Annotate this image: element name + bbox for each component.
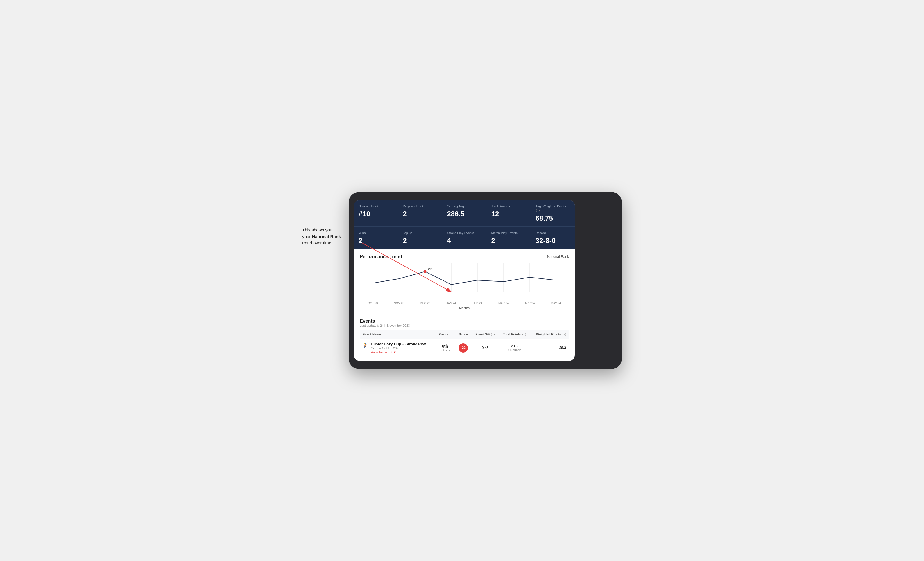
event-name-cell: 🏌 Buster Cozy Cup – Stroke Play Oct 9 – … [360,338,435,357]
performance-type-label: National Rank [547,255,569,259]
event-score-cell: -22 [455,338,472,357]
stat-match-play-events: Match Play Events 2 [487,227,531,249]
annotation-text: This shows you your National Rank trend … [302,227,341,247]
rank-impact: Rank Impact: 3 ▼ [371,350,396,354]
events-table: Event Name Position Score Event SG i [360,330,569,358]
stat-record: Record 32-8-0 [531,227,575,249]
outer-wrapper: This shows you your National Rank trend … [302,192,622,369]
table-header-row: Event Name Position Score Event SG i [360,330,569,339]
events-last-updated: Last updated: 24th November 2023 [360,324,569,327]
stat-national-rank: National Rank #10 [354,200,398,226]
weighted-points-info-icon[interactable]: i [562,333,566,336]
stat-total-rounds: Total Rounds 12 [487,200,531,226]
chart-svg: #10 [360,263,569,301]
events-section: Events Last updated: 24th November 2023 … [354,315,575,361]
event-icon: 🏌 [363,343,369,348]
chart-x-labels: OCT 23 NOV 23 DEC 23 JAN 24 FEB 24 MAR 2… [360,301,569,305]
x-label-may24: MAY 24 [543,302,569,305]
x-label-nov23: NOV 23 [386,302,412,305]
svg-point-10 [424,270,426,273]
score-badge: -22 [459,343,468,353]
performance-header: Performance Trend National Rank [360,254,569,259]
performance-title: Performance Trend [360,254,402,259]
x-label-feb24: FEB 24 [464,302,490,305]
events-title: Events [360,319,569,324]
total-points-info-icon[interactable]: i [522,333,526,336]
x-label-oct23: OCT 23 [360,302,386,305]
stat-scoring-avg: Scoring Avg. 286.5 [442,200,486,226]
stats-row1: National Rank #10 Regional Rank 2 Scorin… [354,200,575,226]
tablet-frame: National Rank #10 Regional Rank 2 Scorin… [349,192,622,369]
event-position-cell: 6th out of 7 [435,338,455,357]
x-label-mar24: MAR 24 [490,302,517,305]
col-score: Score [455,330,472,339]
svg-text:#10: #10 [428,268,433,271]
x-label-jan24: JAN 24 [438,302,464,305]
stats-row2: Wins 2 Top 3s 2 Stroke Play Events 4 Mat… [354,226,575,249]
x-label-dec23: DEC 23 [412,302,438,305]
performance-section: Performance Trend National Rank [354,249,575,315]
event-weighted-points-cell: 28.3 [530,338,569,357]
stat-top3s: Top 3s 2 [398,227,442,249]
col-weighted-points: Weighted Points i [530,330,569,339]
col-position: Position [435,330,455,339]
event-sg-info-icon[interactable]: i [491,333,495,336]
event-sg-cell: 0.45 [472,338,499,357]
event-total-points-cell: 28.3 3 Rounds [499,338,530,357]
col-total-points: Total Points i [499,330,530,339]
info-icon[interactable]: i [536,209,540,212]
chart-x-axis-title: Months [360,306,569,310]
stat-wins: Wins 2 [354,227,398,249]
col-event-name: Event Name [360,330,435,339]
stat-regional-rank: Regional Rank 2 [398,200,442,226]
event-name-text: Buster Cozy Cup – Stroke Play Oct 9 – Oc… [371,342,426,354]
chart-area: #10 [360,263,569,301]
table-row: 🏌 Buster Cozy Cup – Stroke Play Oct 9 – … [360,338,569,357]
rank-impact-arrow: ▼ [393,350,396,354]
stat-stroke-play-events: Stroke Play Events 4 [442,227,486,249]
x-label-apr24: APR 24 [517,302,543,305]
stat-avg-weighted-points: Avg. Weighted Points i 68.75 [531,200,575,226]
tablet-screen: National Rank #10 Regional Rank 2 Scorin… [354,200,575,361]
col-event-sg: Event SG i [472,330,499,339]
